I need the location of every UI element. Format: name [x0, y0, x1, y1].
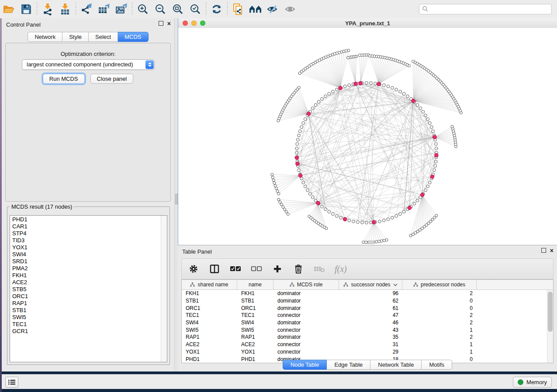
open-session-button[interactable] — [0, 2, 17, 17]
result-node-item[interactable]: GCR1 — [10, 328, 161, 335]
table-row[interactable]: RAP1RAP1dominator352 — [182, 334, 553, 341]
table-row[interactable]: YOX1YOX1connector291 — [182, 348, 553, 356]
result-node-item[interactable]: YOX1 — [10, 244, 161, 251]
save-session-button[interactable] — [17, 2, 35, 17]
zoom-fit-button[interactable] — [169, 2, 187, 17]
cell-successor-nodes: 61 — [339, 305, 402, 311]
tab-motifs[interactable]: Motifs — [422, 360, 452, 370]
new-network-from-selection-button[interactable] — [229, 2, 247, 17]
result-node-item[interactable]: ORC1 — [10, 293, 161, 300]
memory-status-icon — [518, 379, 523, 385]
zoom-out-button[interactable] — [152, 2, 169, 17]
export-image-button[interactable] — [113, 2, 130, 17]
cell-mcds-role: dominator — [273, 320, 339, 326]
table-row[interactable]: ACE2ACE2connector311 — [182, 341, 553, 348]
table-row[interactable]: TEC1TEC1connector472 — [182, 312, 553, 319]
deselect-all-button[interactable] — [251, 263, 262, 275]
mcds-result-list[interactable]: PHD1CAR1STP4TID3YOX1SWI4SRD1PMA2FKH1ACE2… — [10, 215, 167, 362]
criterion-dropdown[interactable]: largest connected component (undirected) — [22, 59, 155, 70]
memory-button[interactable]: Memory — [513, 377, 552, 388]
close-panel-icon[interactable]: × — [167, 21, 171, 26]
table-panel: Table Panel × — [178, 245, 557, 371]
toolbar-separator — [132, 3, 132, 16]
cell-predecessor-nodes: 1 — [402, 349, 477, 355]
apply-layout-button[interactable] — [208, 2, 225, 17]
result-node-item[interactable]: SWI5 — [10, 314, 161, 321]
table-settings-button[interactable] — [188, 263, 199, 275]
cell-predecessor-nodes: 2 — [402, 312, 477, 318]
close-panel-button[interactable]: Close panel — [90, 74, 134, 84]
float-panel-icon[interactable] — [159, 21, 163, 26]
result-node-item[interactable]: CAR1 — [10, 223, 161, 230]
trash-icon — [294, 264, 303, 274]
result-node-item[interactable]: ACE2 — [10, 279, 161, 286]
export-table-button[interactable] — [95, 2, 113, 17]
table-row[interactable]: SWI4SWI4dominator462 — [182, 319, 553, 327]
column-header-name[interactable]: name — [237, 280, 273, 289]
tab-node-table[interactable]: Node Table — [283, 360, 327, 370]
table-scrollbar-thumb[interactable] — [548, 292, 553, 332]
add-column-button[interactable] — [272, 263, 283, 275]
delete-column-button[interactable] — [293, 263, 304, 275]
cell-mcds-role: dominator — [273, 305, 339, 311]
result-node-item[interactable]: STP4 — [10, 230, 161, 237]
hide-selection-button[interactable] — [264, 2, 282, 17]
show-all-button[interactable] — [282, 2, 299, 17]
result-node-item[interactable]: FKH1 — [10, 272, 161, 279]
task-history-button[interactable] — [5, 377, 18, 388]
sort-descending-icon — [393, 283, 398, 286]
table-row[interactable]: ORC1ORC1dominator610 — [182, 304, 553, 312]
cytoscape-window: Control Panel × NetworkStyleSelectMCDS O… — [0, 0, 557, 389]
result-node-item[interactable]: STB5 — [10, 286, 161, 293]
select-all-button[interactable] — [230, 263, 241, 275]
refresh-layout-icon — [211, 3, 222, 15]
network-graph-svg[interactable] — [178, 28, 557, 245]
tab-network[interactable]: Network — [28, 32, 62, 42]
cell-name: STB1 — [237, 298, 273, 304]
table-row[interactable]: SWI5SWI5connector431 — [182, 326, 553, 334]
cell-predecessor-nodes: 0 — [402, 298, 477, 304]
search-input[interactable] — [419, 4, 552, 14]
run-mcds-button[interactable]: Run MCDS — [43, 74, 85, 84]
function-builder-button[interactable]: f(x) — [335, 264, 347, 274]
tab-style[interactable]: Style — [62, 32, 89, 42]
tab-network-table[interactable]: Network Table — [370, 360, 422, 370]
column-header-shared-name[interactable]: shared name — [182, 280, 237, 289]
export-network-button[interactable] — [78, 2, 95, 17]
result-node-item[interactable]: SWI4 — [10, 251, 161, 258]
horizontal-splitter-handle[interactable] — [368, 241, 375, 244]
delete-table-button[interactable] — [314, 263, 325, 275]
zoom-in-button[interactable] — [134, 2, 152, 17]
network-view-frame: YPA_prune.txt_1 — [178, 18, 557, 245]
tab-edge-table[interactable]: Edge Table — [327, 360, 370, 370]
result-node-item[interactable]: TID3 — [10, 237, 161, 244]
tab-select[interactable]: Select — [89, 32, 118, 42]
table-row[interactable]: STB1STB1dominator620 — [182, 297, 553, 305]
close-table-panel-icon[interactable]: × — [550, 248, 554, 253]
table-scrollbar[interactable] — [547, 290, 553, 363]
import-table-button[interactable] — [56, 2, 74, 17]
tab-mcds[interactable]: MCDS — [118, 32, 148, 42]
network-canvas[interactable] — [178, 28, 557, 245]
result-node-item[interactable]: TEC1 — [10, 321, 161, 328]
zoom-selected-button[interactable] — [187, 2, 204, 17]
float-table-panel-icon[interactable] — [541, 248, 546, 253]
network-view-titlebar[interactable]: YPA_prune.txt_1 — [178, 18, 557, 28]
result-node-item[interactable]: RAP1 — [10, 300, 161, 307]
result-node-item[interactable]: PHD1 — [10, 216, 161, 223]
column-type-icon — [190, 282, 195, 287]
column-header-mcds-role[interactable]: MCDS role — [273, 280, 339, 289]
criterion-value: largest connected component (undirected) — [27, 61, 133, 68]
table-row[interactable]: FKH1FKH1dominator962 — [182, 290, 553, 297]
result-node-item[interactable]: STB1 — [10, 307, 161, 314]
search-icon — [422, 6, 428, 12]
import-network-button[interactable] — [39, 2, 56, 17]
result-node-item[interactable]: PMA2 — [10, 265, 161, 272]
column-header-successor-nodes[interactable]: successor nodes — [339, 280, 402, 289]
result-list-scrollbar[interactable] — [161, 216, 167, 362]
split-table-button[interactable] — [209, 263, 220, 275]
column-header-predecessor-nodes[interactable]: predecessor nodes — [402, 280, 477, 289]
result-node-item[interactable]: SRD1 — [10, 258, 161, 265]
first-neighbors-button[interactable] — [247, 2, 264, 17]
cell-successor-nodes: 29 — [339, 349, 402, 355]
